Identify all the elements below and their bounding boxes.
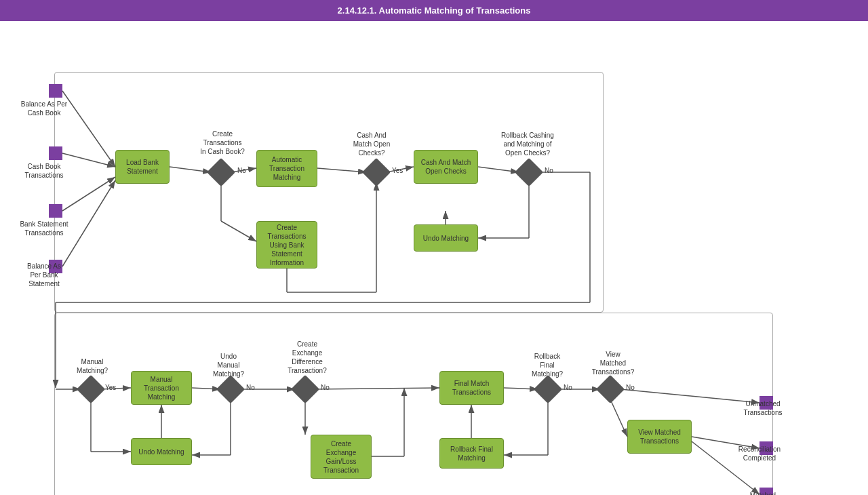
rollback-final-no-label: No bbox=[564, 383, 572, 392]
view-matched-transactions-box: View MatchedTransactions bbox=[627, 420, 692, 454]
rollback-cashing-no-label: No bbox=[545, 166, 553, 175]
create-exchange-gain-loss-box: CreateExchangeGain/LossTransaction bbox=[311, 435, 372, 479]
cash-book-transactions-label: Cash BookTransactions bbox=[10, 162, 78, 180]
matched-transactions-label: MatchedTransactions bbox=[729, 491, 797, 495]
rollback-final-matching-box: Rollback FinalMatching bbox=[439, 438, 504, 469]
create-exchange-decision-label: CreateExchangeDifferenceTransaction? bbox=[273, 340, 341, 375]
undo-matching-bottom-box: Undo Matching bbox=[131, 438, 192, 465]
automatic-transaction-matching-box: AutomaticTransactionMatching bbox=[256, 150, 317, 187]
cash-match-yes-label: Yes bbox=[392, 166, 403, 175]
top-section-border bbox=[54, 72, 604, 313]
reconciliation-completed-label: ReconciliationCompleted bbox=[726, 445, 793, 462]
manual-matching-yes-label: Yes bbox=[105, 383, 116, 392]
balance-bank-statement-label: Balance AsPer BankStatement bbox=[10, 262, 78, 288]
view-matched-no-label: No bbox=[626, 383, 635, 392]
rollback-final-decision-label: RollbackFinalMatching? bbox=[517, 352, 578, 378]
manual-transaction-matching-box: ManualTransactionMatching bbox=[131, 371, 192, 405]
rollback-cashing-decision-label: Rollback Cashingand Matching ofOpen Chec… bbox=[487, 131, 568, 157]
unmatched-transactions-label: UnmatchedTransactions bbox=[729, 399, 797, 417]
undo-manual-decision-label: UndoManualMatching? bbox=[201, 352, 256, 378]
balance-cash-book-icon bbox=[49, 84, 62, 98]
title-text: 2.14.12.1. Automatic Matching of Transac… bbox=[338, 5, 531, 16]
undo-matching-top-box: Undo Matching bbox=[414, 224, 478, 252]
diagram-area: Balance As PerCash Book Cash BookTransac… bbox=[0, 21, 868, 495]
title-bar: 2.14.12.1. Automatic Matching of Transac… bbox=[0, 0, 868, 21]
final-match-transactions-box: Final MatchTransactions bbox=[439, 371, 504, 405]
undo-manual-no-label: No bbox=[246, 383, 255, 392]
cash-book-transactions-icon bbox=[49, 146, 62, 160]
manual-matching-decision-label: ManualMatching? bbox=[65, 357, 119, 375]
load-bank-statement-box: Load BankStatement bbox=[115, 150, 170, 184]
cash-and-match-open-checks-box: Cash And MatchOpen Checks bbox=[414, 150, 478, 184]
view-matched-decision-label: ViewMatchedTransactions? bbox=[579, 350, 647, 376]
cash-match-decision-label: Cash AndMatch OpenChecks? bbox=[344, 131, 399, 157]
balance-cash-book-label: Balance As PerCash Book bbox=[10, 100, 78, 117]
create-exchange-no-label: No bbox=[321, 383, 330, 392]
create-transactions-bank-box: CreateTransactionsUsing BankStatementInf… bbox=[256, 221, 317, 269]
create-transactions-no-label: No bbox=[237, 166, 246, 175]
bank-statement-transactions-icon bbox=[49, 204, 62, 218]
bank-statement-transactions-label: Bank StatementTransactions bbox=[10, 220, 78, 237]
create-transactions-decision-label: CreateTransactionsIn Cash Book? bbox=[189, 130, 256, 156]
